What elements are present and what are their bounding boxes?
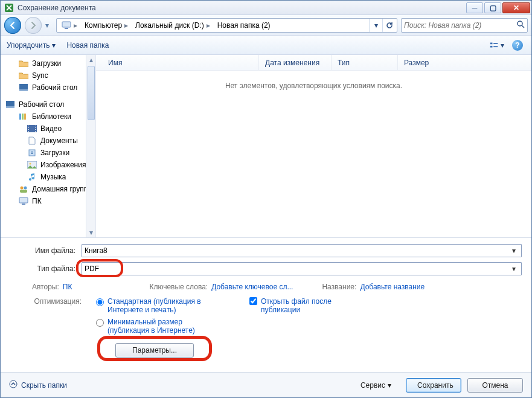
sidebar-item-sync[interactable]: Sync [1, 69, 95, 82]
checkbox-open-after-input[interactable] [249, 297, 257, 305]
computer-icon [19, 197, 28, 205]
filetype-dropdown-icon[interactable]: ▾ [509, 265, 519, 273]
search-input[interactable] [404, 21, 514, 30]
svg-rect-21 [35, 127, 36, 128]
folder-icon [19, 71, 28, 80]
filename-dropdown-icon[interactable]: ▾ [509, 246, 519, 255]
app-icon [4, 3, 14, 13]
svg-rect-8 [19, 84, 28, 89]
chevron-down-icon: ▾ [388, 381, 391, 390]
sidebar-scrollbar[interactable]: ▴ ▾ [86, 55, 95, 237]
breadcrumb-root-icon[interactable]: ▸ [58, 19, 81, 32]
column-name[interactable]: Имя [102, 55, 259, 70]
desktop-icon [19, 83, 28, 92]
help-button[interactable]: ? [510, 39, 525, 52]
sidebar-item-music[interactable]: Музыка [1, 171, 95, 183]
organize-menu[interactable]: Упорядочить ▾ [7, 41, 56, 50]
svg-point-32 [10, 380, 17, 388]
minimize-button[interactable]: ─ [466, 2, 483, 13]
optimization-row: Оптимизация: Стандартная (публикация в И… [10, 297, 522, 335]
svg-rect-23 [35, 131, 36, 132]
downloads-icon [27, 149, 37, 157]
sidebar-item-homegroup[interactable]: Домашняя групп [1, 183, 95, 195]
view-options-button[interactable]: ▾ [489, 39, 505, 52]
forward-button[interactable] [25, 17, 42, 34]
filetype-input[interactable] [85, 265, 509, 273]
svg-rect-16 [28, 126, 29, 126]
sidebar-item-pictures[interactable]: Изображения [1, 159, 95, 171]
column-size[interactable]: Размер [398, 55, 458, 70]
svg-rect-7 [493, 46, 498, 47]
svg-point-28 [24, 187, 27, 190]
maximize-button[interactable]: ▢ [484, 2, 501, 13]
svg-rect-4 [490, 42, 493, 44]
sidebar-item-libraries[interactable]: Библиотеки [1, 111, 95, 123]
svg-rect-11 [6, 106, 14, 108]
sidebar-item-video[interactable]: Видео [1, 123, 95, 135]
breadcrumb-dropdown-button[interactable]: ▾ [369, 19, 382, 32]
window-title: Сохранение документа [18, 4, 465, 12]
svg-rect-6 [493, 43, 498, 44]
filetype-field[interactable]: ▾ [82, 262, 522, 275]
svg-rect-9 [19, 89, 28, 91]
scroll-down-icon[interactable]: ▾ [86, 228, 95, 237]
refresh-button[interactable] [382, 19, 396, 32]
back-button[interactable] [4, 17, 21, 34]
optimization-label: Оптимизация: [32, 297, 82, 306]
history-dropdown-icon[interactable]: ▾ [45, 21, 53, 30]
help-icon: ? [512, 40, 523, 51]
documents-icon [27, 136, 37, 145]
sidebar-item-downloads-lib[interactable]: Загрузки [1, 147, 95, 159]
sidebar-item-desktop-root[interactable]: Рабочий стол [1, 98, 95, 111]
meta-keywords: Ключевые слова: Добавьте ключевое сл... [149, 283, 293, 291]
search-box[interactable] [401, 18, 528, 33]
sidebar-item-pc[interactable]: ПК [1, 195, 95, 207]
music-icon [27, 173, 37, 181]
svg-rect-12 [19, 114, 21, 120]
hide-folders-link[interactable]: Скрыть папки [9, 380, 67, 390]
titlebar: Сохранение документа ─ ▢ ✕ [1, 1, 531, 15]
folder-icon [19, 59, 28, 68]
save-dialog-window: Сохранение документа ─ ▢ ✕ ▾ ▸ Компьютер… [0, 0, 532, 398]
column-date[interactable]: Дата изменения [259, 55, 332, 70]
authors-value[interactable]: ПК [63, 283, 72, 291]
radio-minimal[interactable]: Минимальный размер (публикация в Интерне… [96, 318, 211, 335]
radio-standard[interactable]: Стандартная (публикация в Интернете и пе… [96, 297, 211, 314]
breadcrumb-computer[interactable]: Компьютер▸ [81, 19, 132, 32]
dialog-footer: Скрыть папки Сервис ▾ Сохранить Отмена [1, 372, 531, 397]
radio-standard-input[interactable] [96, 298, 104, 306]
new-folder-button[interactable]: Новая папка [66, 41, 109, 50]
breadcrumb-drive[interactable]: Локальный диск (D:)▸ [132, 19, 214, 32]
filename-input[interactable] [85, 246, 509, 255]
scroll-thumb[interactable] [88, 66, 95, 120]
title-value[interactable]: Добавьте название [360, 283, 425, 291]
breadcrumb-folder[interactable]: Новая папка (2) [214, 19, 274, 32]
scroll-up-icon[interactable]: ▴ [86, 55, 95, 65]
svg-rect-19 [28, 131, 29, 132]
filename-label: Имя файла: [10, 246, 82, 255]
options-button[interactable]: Параметры... [115, 343, 194, 358]
breadcrumb[interactable]: ▸ Компьютер▸ Локальный диск (D:)▸ Новая … [56, 18, 397, 33]
column-type[interactable]: Тип [332, 55, 398, 70]
svg-point-3 [518, 21, 522, 26]
svg-rect-10 [6, 101, 14, 106]
column-headers: Имя Дата изменения Тип Размер [96, 55, 531, 71]
checkbox-open-after[interactable]: Открыть файл после публикации [249, 297, 370, 314]
svg-rect-30 [19, 197, 28, 203]
meta-authors: Авторы: ПК [32, 283, 72, 291]
sidebar-item-desktop-quick[interactable]: Рабочий стол [1, 82, 95, 94]
save-form: Имя файла: ▾ Тип файла: ▾ Авторы: ПК Клю… [1, 238, 531, 372]
save-button[interactable]: Сохранить [406, 378, 461, 393]
svg-rect-18 [28, 129, 29, 130]
tools-menu[interactable]: Сервис ▾ [361, 381, 391, 390]
sidebar-item-downloads[interactable]: Загрузки [1, 57, 95, 69]
sidebar-item-documents[interactable]: Документы [1, 135, 95, 147]
radio-minimal-input[interactable] [96, 319, 104, 327]
search-icon[interactable] [514, 20, 525, 30]
keywords-value[interactable]: Добавьте ключевое сл... [211, 283, 293, 291]
filename-field[interactable]: ▾ [82, 244, 522, 257]
toolbar: Упорядочить ▾ Новая папка ▾ ? [1, 36, 531, 55]
svg-rect-1 [62, 22, 71, 27]
close-button[interactable]: ✕ [502, 2, 530, 13]
cancel-button[interactable]: Отмена [467, 378, 523, 393]
